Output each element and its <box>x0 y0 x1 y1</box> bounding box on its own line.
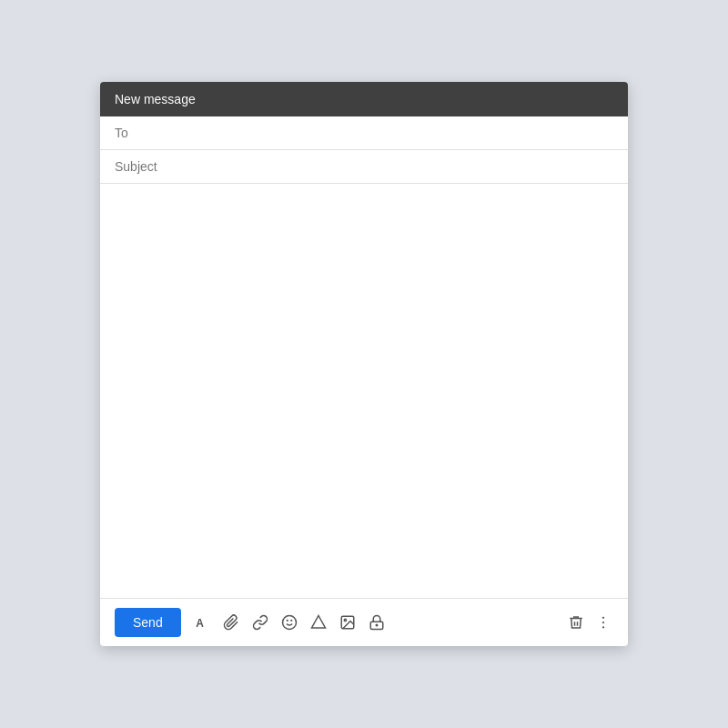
subject-label: Subject <box>115 159 169 174</box>
svg-point-11 <box>602 626 604 628</box>
svg-point-10 <box>602 622 604 623</box>
svg-point-9 <box>602 617 604 619</box>
svg-point-6 <box>344 619 346 621</box>
send-button[interactable]: Send <box>115 608 181 637</box>
trash-icon[interactable] <box>566 612 586 632</box>
to-input[interactable] <box>169 126 613 140</box>
to-field: To <box>100 116 628 150</box>
compose-body <box>100 184 628 598</box>
compose-fields: To Subject <box>100 116 628 184</box>
subject-input[interactable] <box>169 159 613 174</box>
compose-window: New message To Subject Send A <box>100 82 628 646</box>
compose-toolbar: Send A <box>100 598 628 646</box>
svg-marker-4 <box>311 616 325 629</box>
compose-title: New message <box>115 92 196 106</box>
body-input[interactable] <box>115 195 613 587</box>
more-options-icon[interactable] <box>593 612 613 632</box>
drive-icon[interactable] <box>308 612 329 632</box>
emoji-icon[interactable] <box>279 612 299 632</box>
toolbar-right <box>566 612 613 632</box>
subject-field: Subject <box>100 150 628 184</box>
svg-text:A: A <box>196 617 204 630</box>
format-text-icon[interactable]: A <box>192 612 212 632</box>
svg-point-8 <box>376 624 378 626</box>
attachment-icon[interactable] <box>221 612 241 632</box>
to-label: To <box>115 126 169 140</box>
image-icon[interactable] <box>338 612 358 632</box>
link-icon[interactable] <box>250 612 270 632</box>
toolbar-icons: A <box>192 612 566 632</box>
compose-header: New message <box>100 82 628 116</box>
svg-point-1 <box>282 616 296 630</box>
confidential-icon[interactable] <box>367 612 387 632</box>
